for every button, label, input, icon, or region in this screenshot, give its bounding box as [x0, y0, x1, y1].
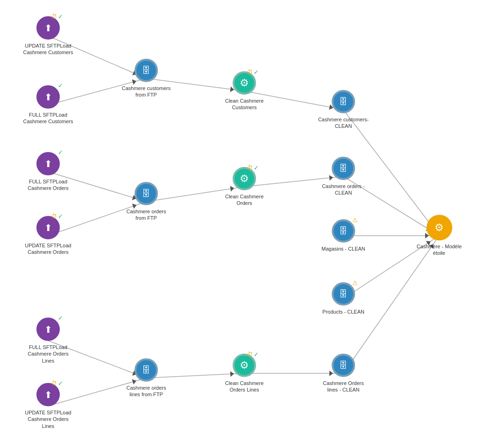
node-circle-n11: ⚠	[332, 219, 355, 243]
check-icon: ✓	[58, 13, 63, 20]
check-icon: ✓	[58, 149, 63, 156]
node-circle-n4: ⏱✓	[233, 71, 256, 95]
node-circle-n7: ⏱✓	[36, 216, 60, 239]
node-n5[interactable]: Cashmere customers-CLEAN	[318, 90, 369, 130]
node-icon-n4	[240, 77, 249, 89]
check-icon: ✓	[58, 213, 63, 220]
status-icons-n4: ⏱✓	[247, 69, 259, 76]
node-icon-n10	[339, 163, 348, 173]
node-icon-n9	[240, 173, 249, 185]
node-circle-n12: ⚠	[332, 282, 355, 306]
node-n2[interactable]: ✓FULL SFTPLoad Cashmere Customers	[22, 85, 74, 125]
node-icon-n7	[44, 222, 52, 233]
node-label-n11: Magasins - CLEAN	[321, 245, 365, 252]
clock-icon: ⏱	[247, 351, 253, 358]
node-circle-n2: ✓	[36, 85, 60, 109]
node-circle-n15: ⏱✓	[36, 383, 60, 406]
node-icon-n1	[44, 22, 52, 34]
node-n18[interactable]: Cashmere Orders lines - CLEAN	[318, 354, 369, 393]
status-icons-n12: ⚠	[352, 280, 358, 287]
node-circle-n3	[135, 59, 158, 82]
clock-icon: ⏱	[247, 69, 253, 76]
warn-icon: ⚠	[352, 280, 358, 287]
status-icons-n9: ⏱✓	[247, 164, 259, 171]
node-icon-n3	[142, 65, 150, 75]
status-icons-n6: ✓	[58, 149, 63, 156]
node-label-n2: FULL SFTPLoad Cashmere Customers	[22, 112, 74, 125]
node-label-n14: FULL SFTPLoad Cashmere Orders Lines	[22, 344, 74, 364]
node-label-n9: Clean Cashmere Orders	[219, 193, 270, 207]
node-label-n3: Cashmere customers from FTP	[121, 85, 172, 98]
node-icon-n8	[142, 189, 150, 198]
node-icon-n2	[44, 91, 52, 103]
check-icon: ✓	[254, 351, 259, 358]
node-icon-n6	[44, 158, 52, 169]
node-label-n12: Products - CLEAN	[322, 308, 364, 315]
node-icon-n14	[44, 324, 52, 335]
node-circle-n13	[427, 215, 452, 240]
node-icon-n17	[240, 359, 249, 371]
node-label-n15: UPDATE SFTPLoad Cashmere Orders Lines	[22, 409, 74, 429]
node-n6[interactable]: ✓FULL SFTPLoad Cashmere Orders	[22, 152, 74, 192]
node-label-n18: Cashmere Orders lines - CLEAN	[318, 380, 369, 393]
node-label-n7: UPDATE SFTPLoad Cashmere Orders	[22, 242, 74, 256]
node-icon-n11	[339, 226, 348, 236]
node-n17[interactable]: ⏱✓Clean Cashmere Orders Lines	[219, 354, 270, 393]
node-n10[interactable]: Cashmere orders - CLEAN	[318, 157, 369, 196]
node-n9[interactable]: ⏱✓Clean Cashmere Orders	[219, 167, 270, 207]
node-label-n13: Cashmère - Modèle étoile	[413, 243, 465, 257]
check-icon: ✓	[58, 315, 63, 322]
warn-icon: ⚠	[352, 217, 358, 224]
node-icon-n16	[142, 365, 150, 375]
node-label-n5: Cashmere customers-CLEAN	[318, 116, 369, 130]
node-label-n10: Cashmere orders - CLEAN	[318, 183, 369, 196]
status-icons-n17: ⏱✓	[247, 351, 259, 358]
node-label-n17: Clean Cashmere Orders Lines	[219, 380, 270, 393]
node-n7[interactable]: ⏱✓UPDATE SFTPLoad Cashmere Orders	[22, 216, 74, 256]
node-n1[interactable]: ⏱✓UPDATE SFTPLoad Cashmere Customers	[22, 16, 74, 56]
node-circle-n16	[135, 358, 158, 382]
node-n16[interactable]: Cashmere orders lines from FTP	[121, 358, 172, 398]
node-label-n4: Clean Cashmere Customers	[219, 98, 270, 111]
check-icon: ✓	[254, 164, 259, 171]
workflow-canvas: ⏱✓UPDATE SFTPLoad Cashmere Customers✓FUL…	[0, 0, 498, 448]
status-icons-n15: ⏱✓	[51, 380, 63, 387]
node-icon-n18	[339, 360, 348, 370]
node-n12[interactable]: ⚠Products - CLEAN	[322, 282, 364, 315]
check-icon: ✓	[58, 82, 63, 89]
status-icons-n14: ✓	[58, 315, 63, 322]
node-circle-n9: ⏱✓	[233, 167, 256, 190]
clock-icon: ⏱	[247, 164, 253, 171]
node-n15[interactable]: ⏱✓UPDATE SFTPLoad Cashmere Orders Lines	[22, 383, 74, 429]
clock-icon: ⏱	[51, 380, 57, 387]
node-circle-n14: ✓	[36, 318, 60, 341]
clock-icon: ⏱	[51, 213, 57, 220]
node-icon-n12	[339, 289, 348, 299]
status-icons-n7: ⏱✓	[51, 213, 63, 220]
node-n13[interactable]: Cashmère - Modèle étoile	[413, 215, 465, 257]
node-circle-n18	[332, 354, 355, 377]
node-label-n16: Cashmere orders lines from FTP	[121, 385, 172, 398]
status-icons-n11: ⚠	[352, 217, 358, 224]
node-label-n1: UPDATE SFTPLoad Cashmere Customers	[22, 42, 74, 56]
node-circle-n6: ✓	[36, 152, 60, 175]
node-icon-n15	[44, 389, 52, 400]
node-circle-n8	[135, 182, 158, 205]
status-icons-n1: ⏱✓	[51, 13, 63, 20]
node-n14[interactable]: ✓FULL SFTPLoad Cashmere Orders Lines	[22, 318, 74, 364]
node-n11[interactable]: ⚠Magasins - CLEAN	[321, 219, 365, 252]
node-icon-n5	[339, 97, 348, 106]
node-circle-n5	[332, 90, 355, 113]
clock-icon: ⏱	[51, 13, 57, 20]
node-n8[interactable]: Cashmere orders from FTP	[121, 182, 172, 222]
check-icon: ✓	[58, 380, 63, 387]
node-circle-n10	[332, 157, 355, 180]
node-n4[interactable]: ⏱✓Clean Cashmere Customers	[219, 71, 270, 111]
node-circle-n17: ⏱✓	[233, 354, 256, 377]
node-label-n8: Cashmere orders from FTP	[121, 208, 172, 222]
check-icon: ✓	[254, 69, 259, 76]
status-icons-n2: ✓	[58, 82, 63, 89]
node-label-n6: FULL SFTPLoad Cashmere Orders	[22, 178, 74, 192]
node-n3[interactable]: Cashmere customers from FTP	[121, 59, 172, 98]
node-icon-n13	[434, 222, 444, 234]
